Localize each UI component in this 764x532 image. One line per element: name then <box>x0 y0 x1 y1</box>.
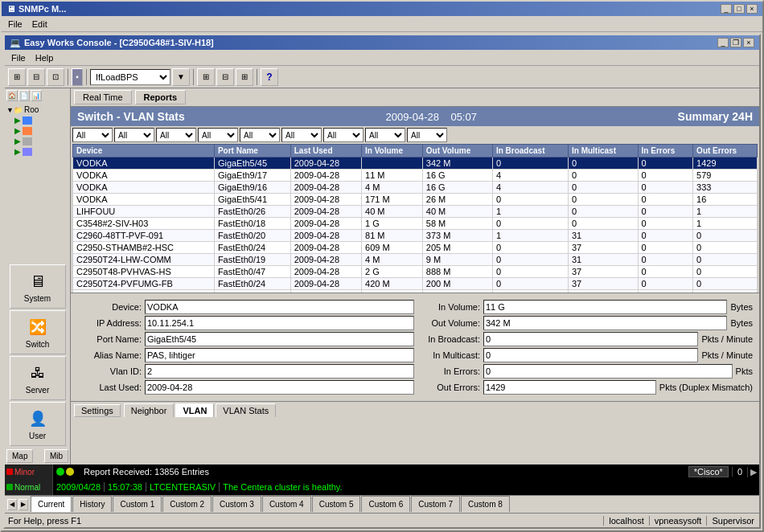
left-icon2[interactable]: 📄 <box>18 90 30 101</box>
outer-menu-edit[interactable]: Edit <box>27 18 52 31</box>
user-icon: 👤 <box>27 407 49 430</box>
lastused-input[interactable] <box>145 380 414 395</box>
detail-inmulticast-row: In Multicast: Pkts / Minute <box>416 348 753 362</box>
table-row[interactable]: VODKAGigaEth9/162009-04-284 M16 G400333 <box>73 182 758 194</box>
page-tab-custom5[interactable]: Custom 5 <box>312 496 361 512</box>
tree-root[interactable]: ▼ 📁 Roo <box>6 104 68 115</box>
outerrors-unit: Pkts (Duplex Mismatch) <box>659 383 753 392</box>
tree-child3[interactable]: ▶ <box>14 136 68 146</box>
toolbar-btn6[interactable]: ⊟ <box>216 68 234 86</box>
map-btn[interactable]: Map <box>6 449 33 463</box>
outer-close-btn[interactable]: × <box>746 4 758 14</box>
tab-neighbor[interactable]: Neighbor <box>124 403 175 417</box>
filter-all-7[interactable]: All <box>323 128 364 142</box>
filter-all-3[interactable]: All <box>156 128 196 142</box>
alias-input[interactable] <box>145 348 414 362</box>
filter-all-2[interactable]: All <box>114 128 154 142</box>
filter-all-5[interactable]: All <box>240 128 280 142</box>
page-tab-custom1[interactable]: Custom 1 <box>113 496 162 512</box>
detail-outerrors-row: Out Errors: Pkts (Duplex Mismatch) <box>416 380 753 395</box>
page-tab-custom7[interactable]: Custom 7 <box>411 496 460 512</box>
outer-maximize-btn[interactable]: □ <box>733 4 745 14</box>
toolbar-help-btn[interactable]: ? <box>261 68 278 86</box>
tab-next-btn[interactable]: ▶ <box>18 499 28 510</box>
tree-child4[interactable]: ▶ <box>14 146 68 157</box>
table-row[interactable]: C2950T24-LHW-COMMFastEth0/192009-04-284 … <box>73 254 758 266</box>
page-tab-custom3[interactable]: Custom 3 <box>212 496 261 512</box>
page-tab-custom6[interactable]: Custom 6 <box>361 496 410 512</box>
left-icon3[interactable]: 📊 <box>31 90 42 101</box>
filter-all-4[interactable]: All <box>198 128 238 142</box>
outer-menu-file[interactable]: File <box>3 18 27 31</box>
inner-restore-btn[interactable]: ❐ <box>730 38 741 47</box>
filter-all-8[interactable]: All <box>365 128 405 142</box>
tab-prev-btn[interactable]: ◀ <box>7 499 17 510</box>
port-input[interactable] <box>145 332 414 346</box>
toolbar-btn1[interactable]: ⊞ <box>8 68 26 86</box>
status-scroll-btn[interactable]: ▶ <box>747 467 759 477</box>
device-input[interactable] <box>145 300 414 314</box>
nav-server-btn[interactable]: 🖧 Server <box>10 356 66 400</box>
tree-color2 <box>23 127 32 135</box>
outer-minimize-btn[interactable]: _ <box>721 4 732 14</box>
mib-btn[interactable]: Mib <box>44 449 68 463</box>
inner-menu-file[interactable]: File <box>6 51 31 64</box>
reports-btn[interactable]: Reports <box>135 90 187 104</box>
inerrors-input[interactable] <box>483 364 733 379</box>
filter-all-9[interactable]: All <box>407 128 447 142</box>
realtime-btn[interactable]: Real Time <box>74 90 132 104</box>
ip-label: IP Address: <box>77 318 142 328</box>
table-row[interactable]: C3548#2-SIV-H03FastEth0/182009-04-281 G5… <box>73 218 758 230</box>
inner-minimize-btn[interactable]: _ <box>717 38 729 47</box>
tab-vlanstats[interactable]: VLAN Stats <box>216 403 276 417</box>
page-tab-custom2[interactable]: Custom 2 <box>162 496 212 512</box>
nav-switch-btn[interactable]: 🔀 Switch <box>10 310 66 354</box>
tree-child1[interactable]: ▶ <box>14 115 68 125</box>
table-row[interactable]: VODKAGigaEth9/172009-04-2811 M16 G400579 <box>73 170 758 182</box>
settings-btn[interactable]: Settings <box>74 404 121 417</box>
tab-vlan[interactable]: VLAN <box>175 403 214 417</box>
left-icon1[interactable]: 🏠 <box>6 90 18 101</box>
table-row[interactable]: VODKAGigaEth5/452009-04-28342 M0001429 <box>73 158 758 170</box>
date-text: 2009-04-28 <box>385 111 439 123</box>
table-row[interactable]: C2960-48TT-PVF-091FastEth0/202009-04-288… <box>73 230 758 242</box>
tree-child2[interactable]: ▶ <box>14 125 68 136</box>
table-row[interactable]: C2950-STHAMB#2-HSCFastEth0/242009-04-286… <box>73 242 758 254</box>
toolbar-btn7[interactable]: ⊞ <box>236 68 253 86</box>
inbroadcast-unit: Pkts / Minute <box>701 334 753 344</box>
outvolume-input[interactable] <box>483 316 727 330</box>
inmulticast-input[interactable] <box>483 348 698 362</box>
toolbar-btn5[interactable]: ⊞ <box>197 68 215 86</box>
table-row[interactable]: VODKAGigaEth5/412009-04-28171 M26 M00016 <box>73 194 758 206</box>
involume-input[interactable] <box>483 300 727 314</box>
vlan-input[interactable] <box>145 364 414 379</box>
page-tab-history[interactable]: History <box>72 496 112 512</box>
nav-system-btn[interactable]: 🖥 System <box>10 264 66 309</box>
table-row[interactable]: C2950T48-PVHVAS-HSFastEth0/472009-04-282… <box>73 266 758 278</box>
ip-input[interactable] <box>145 316 414 330</box>
col-outerrors: Out Errors <box>693 145 758 158</box>
toolbar-btn3[interactable]: ⊡ <box>47 68 64 86</box>
toolbar-btn2[interactable]: ⊟ <box>27 68 45 86</box>
toolbar-btn4[interactable]: ▪ <box>72 68 83 86</box>
page-tab-custom4[interactable]: Custom 4 <box>262 496 311 512</box>
nav-user-btn[interactable]: 👤 User <box>10 402 66 446</box>
toolbar-dropdown-btn[interactable]: ▼ <box>172 68 190 86</box>
port-label: Port Name: <box>77 334 142 344</box>
tree-color3 <box>23 137 32 145</box>
filter-row: All All All All All All All All All <box>71 126 759 144</box>
filter-all-1[interactable]: All <box>72 128 113 142</box>
table-row[interactable]: C2950T24-PVFUMG-FBFastEth0/242009-04-284… <box>73 278 758 290</box>
col-portname: Port Name <box>214 145 290 158</box>
page-tab-current[interactable]: Current <box>31 496 72 512</box>
filter-all-6[interactable]: All <box>281 128 322 142</box>
console-summary: Summary 24H <box>678 110 753 123</box>
inbroadcast-input[interactable] <box>483 332 698 346</box>
inner-menu-help[interactable]: Help <box>31 51 59 64</box>
toolbar-combo[interactable]: IfLoadBPS <box>90 69 170 85</box>
page-tab-custom8[interactable]: Custom 8 <box>461 496 510 512</box>
table-row[interactable]: LIHFOUUFastEth0/262009-04-2840 M40 M1001 <box>73 206 758 218</box>
col-device: Device <box>73 145 215 158</box>
outerrors-input[interactable] <box>483 380 656 395</box>
inner-close-btn[interactable]: × <box>743 38 754 47</box>
